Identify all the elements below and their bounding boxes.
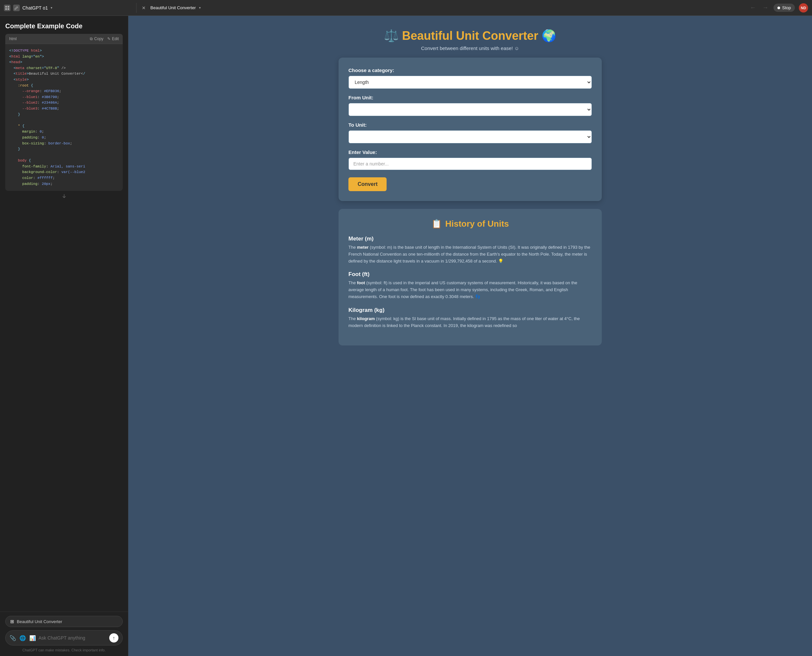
code-line: --blue3: #4C7B8B; [9,106,119,112]
unit-name-foot: Foot (ft) [348,271,592,278]
code-line: * { [9,123,119,129]
topbar-left: ChatGPT o1 ▾ [4,5,132,11]
from-unit-select[interactable] [348,103,592,116]
title-scale-icon: ⚖️ [384,29,399,43]
code-line: background-color: var(--blue2 [9,169,119,175]
code-block-header: html ⧉ Copy ✎ Edit [5,34,123,44]
history-title-text: History of Units [445,219,509,229]
value-label: Enter Value: [348,149,592,155]
code-line: color: #ffffff; [9,175,119,181]
svg-rect-0 [5,6,7,8]
code-line [9,152,119,158]
left-panel: Complete Example Code html ⧉ Copy ✎ Edit [0,16,128,656]
stop-dot-icon [778,6,780,9]
code-line [9,118,119,123]
svg-rect-1 [8,6,9,8]
code-line: <head> [9,60,119,65]
converter-card: Choose a category: Length Weight Tempera… [339,57,602,201]
ask-input-area: 📎 🌐 📊 ↑ [5,630,123,645]
tab-area: ✕ Beautiful Unit Converter ▾ [141,5,744,11]
to-unit-group: To Unit: [348,122,592,144]
main-layout: Complete Example Code html ⧉ Copy ✎ Edit [0,16,812,656]
tab-close-button[interactable]: ✕ [141,5,147,11]
to-unit-select[interactable] [348,130,592,144]
preview-pill[interactable]: ⊞ Beautiful Unit Converter [5,616,123,627]
unit-entry-kilogram: Kilogram (kg) The kilogram (symbol: kg) … [348,307,592,329]
code-line: <!DOCTYPE html> [9,48,119,54]
back-button[interactable]: ← [749,3,757,12]
converter-wrapper: ⚖️ Beautiful Unit Converter 🌍 Convert be… [339,29,602,345]
converter-subtitle: Convert between different units with eas… [339,45,602,51]
value-group: Enter Value: [348,149,592,170]
unit-name-kilogram: Kilogram (kg) [348,307,592,314]
code-line: <title>Beautiful Unit Converter</ [9,71,119,77]
chat-bottom: ⊞ Beautiful Unit Converter 📎 🌐 📊 ↑ ChatG… [0,611,128,656]
tab-title: Beautiful Unit Converter [150,5,196,10]
ask-icons-left: 📎 🌐 📊 [9,635,36,641]
converter-main-title: ⚖️ Beautiful Unit Converter 🌍 [384,29,556,43]
code-line: body { [9,158,119,164]
preview-icon: ⊞ [10,619,14,624]
code-line: } [9,112,119,118]
stop-button[interactable]: Stop [773,4,795,12]
copy-label: Copy [94,37,103,41]
left-panel-inner: Complete Example Code html ⧉ Copy ✎ Edit [0,16,128,611]
topbar-actions: ← → Stop ND [749,3,808,12]
code-line: --orange: #EFB036; [9,88,119,94]
edit-code-icon: ✎ [107,37,111,41]
unit-desc-kilogram: The kilogram (symbol: kg) is the SI base… [348,316,592,329]
code-line: <style> [9,77,119,83]
edit-icon[interactable] [13,5,20,11]
stop-label: Stop [782,5,791,10]
app-title: ChatGPT o1 [22,5,48,11]
history-card: 📋 History of Units Meter (m) The meter (… [339,209,602,345]
unit-name-meter: Meter (m) [348,235,592,242]
code-line: --blue1: #3B6790; [9,94,119,101]
send-button[interactable]: ↑ [109,633,118,642]
code-line: font-family: Arial, sans-seri [9,164,119,170]
from-unit-label: From Unit: [348,95,592,101]
copy-button[interactable]: ⧉ Copy [90,37,103,41]
disclaimer-text: ChatGPT can make mistakes. Check importa… [5,648,123,652]
code-section-title: Complete Example Code [5,22,123,30]
code-line: padding: 20px; [9,181,119,187]
scroll-indicator [5,191,123,203]
title-globe-icon: 🌍 [541,29,556,43]
attach-button[interactable]: 📎 [9,635,16,641]
forward-button[interactable]: → [761,3,770,12]
preview-label: Beautiful Unit Converter [17,619,62,624]
convert-button[interactable]: Convert [348,177,387,191]
app-chevron-icon[interactable]: ▾ [51,6,52,9]
avatar: ND [799,3,808,12]
code-line: <meta charset="UTF-8" /> [9,65,119,71]
category-group: Choose a category: Length Weight Tempera… [348,67,592,89]
unit-entry-foot: Foot (ft) The foot (symbol: ft) is used … [348,271,592,300]
from-unit-group: From Unit: [348,95,592,116]
code-content: <!DOCTYPE html> <html lang="en"> <head> … [5,44,123,191]
to-unit-label: To Unit: [348,122,592,128]
unit-desc-foot: The foot (symbol: ft) is used in the imp… [348,280,592,300]
ask-input[interactable] [39,635,107,641]
code-line: <html lang="en"> [9,54,119,60]
tab-chevron-icon[interactable]: ▾ [199,6,201,9]
table-button[interactable]: 📊 [29,635,36,641]
code-line: box-sizing: border-box; [9,141,119,147]
code-lang-label: html [9,37,17,41]
unit-entry-meter: Meter (m) The meter (symbol: m) is the b… [348,235,592,265]
history-title: 📋 History of Units [348,219,592,229]
converter-title-text: Beautiful Unit Converter [402,29,538,43]
topbar-divider [136,3,136,13]
code-actions: ⧉ Copy ✎ Edit [90,37,119,41]
grid-icon[interactable] [4,5,11,11]
topbar: ChatGPT o1 ▾ ✕ Beautiful Unit Converter … [0,0,812,16]
svg-rect-2 [5,8,7,10]
edit-label: Edit [112,37,119,41]
code-block: html ⧉ Copy ✎ Edit <!DOCTYPE html> [5,34,123,191]
category-select[interactable]: Length Weight Temperature Volume Speed [348,76,592,89]
category-label: Choose a category: [348,67,592,73]
globe-button[interactable]: 🌐 [19,635,26,641]
code-line: } [9,146,119,152]
edit-code-button[interactable]: ✎ Edit [107,37,119,41]
code-line: :root { [9,83,119,89]
value-input[interactable] [348,158,592,170]
